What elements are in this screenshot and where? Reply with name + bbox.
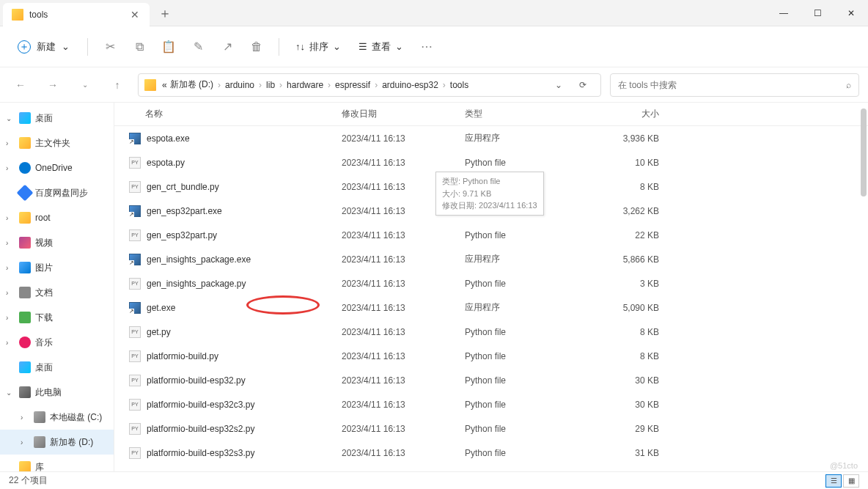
file-type: 应用程序 <box>465 132 571 144</box>
file-type: Python file <box>465 400 571 410</box>
back-button[interactable]: ← <box>9 73 32 97</box>
search-input[interactable] <box>618 80 840 90</box>
file-row[interactable]: platformio-build-esp32c3.py 2023/4/11 16… <box>114 392 868 416</box>
breadcrumb-item[interactable]: lib <box>266 80 275 90</box>
file-name-cell: gen_esp32part.py <box>114 229 342 241</box>
cut-button[interactable]: ✂ <box>97 34 123 60</box>
nav-icon <box>19 312 31 323</box>
file-list: 名称 修改日期 类型 大小 espota.exe 2023/4/11 16:13… <box>114 103 868 471</box>
maximize-button[interactable]: ☐ <box>801 0 834 26</box>
column-header-name[interactable]: 名称 <box>114 108 342 120</box>
new-tab-button[interactable]: ＋ <box>150 4 180 22</box>
file-size: 5,866 KB <box>571 254 674 265</box>
file-row[interactable]: platformio-build.py 2023/4/11 16:13 Pyth… <box>114 344 868 368</box>
sidebar-item[interactable]: ⌄ 此电脑 <box>0 380 114 405</box>
icons-view-button[interactable]: ▦ <box>843 474 859 488</box>
column-header-type[interactable]: 类型 <box>465 108 571 120</box>
file-row[interactable]: get.py 2023/4/11 16:13 Python file 8 KB <box>114 320 868 344</box>
file-row[interactable]: platformio-build-esp32s2.py 2023/4/11 16… <box>114 416 868 441</box>
minimize-button[interactable]: — <box>767 0 801 26</box>
file-type: Python file <box>465 375 571 386</box>
breadcrumb-item[interactable]: espressif <box>335 80 370 90</box>
file-name: gen_insights_package.exe <box>147 254 251 265</box>
file-row[interactable]: gen_esp32part.py 2023/4/11 16:13 Python … <box>114 223 868 247</box>
nav-icon <box>19 262 31 273</box>
breadcrumb-item[interactable]: tools <box>450 80 468 90</box>
file-row[interactable]: gen_esp32part.exe 2023/4/11 16:13 应用程序 3… <box>114 199 868 223</box>
item-count: 22 个项目 <box>9 474 48 487</box>
titlebar: tools ✕ ＋ — ☐ ✕ <box>0 0 868 26</box>
file-row[interactable]: espota.py 2023/4/11 16:13 Python file 10… <box>114 150 868 174</box>
breadcrumb-item[interactable]: hardware <box>287 80 323 90</box>
sidebar-item[interactable]: ⌄ 桌面 <box>0 106 114 130</box>
sidebar-item[interactable]: › 下载 <box>0 305 114 330</box>
tab-close-button[interactable]: ✕ <box>129 9 141 21</box>
column-header-date[interactable]: 修改日期 <box>342 108 465 120</box>
sidebar-item[interactable]: › 图片 <box>0 255 114 280</box>
sidebar-item[interactable]: › 新加卷 (D:) <box>0 430 114 455</box>
file-row[interactable]: gen_insights_package.py 2023/4/11 16:13 … <box>114 271 868 295</box>
scrollbar-thumb[interactable] <box>861 109 867 196</box>
breadcrumb-item[interactable]: arduino <box>225 80 254 90</box>
file-icon <box>129 205 141 217</box>
file-size: 31 KB <box>571 448 674 458</box>
more-button[interactable]: ⋯ <box>413 34 440 60</box>
search-box[interactable]: ⌕ <box>610 73 859 97</box>
search-icon[interactable]: ⌕ <box>846 80 851 90</box>
file-row[interactable]: espota.exe 2023/4/11 16:13 应用程序 3,936 KB <box>114 126 868 150</box>
refresh-button[interactable]: ⟳ <box>571 80 595 90</box>
recent-button[interactable]: ⌄ <box>73 73 97 97</box>
file-row[interactable]: platformio-build-esp32s3.py 2023/4/11 16… <box>114 441 868 465</box>
sidebar-item[interactable]: 百度网盘同步 <box>0 180 114 205</box>
sidebar-item[interactable]: › OneDrive <box>0 155 114 180</box>
nav-icon <box>19 287 31 298</box>
new-button-label: 新建 <box>37 40 56 54</box>
forward-button[interactable]: → <box>41 73 65 97</box>
chevron-right-icon: › <box>259 80 262 90</box>
plus-icon: ＋ <box>18 40 31 54</box>
nav-label: 图片 <box>35 262 53 274</box>
nav-label: OneDrive <box>35 163 73 173</box>
new-button[interactable]: ＋ 新建 ⌄ <box>9 36 78 58</box>
breadcrumb-item[interactable]: 新加卷 (D:) <box>170 78 213 91</box>
file-size: 30 KB <box>571 400 674 410</box>
details-view-button[interactable]: ☰ <box>825 474 842 488</box>
file-row[interactable]: gen_insights_package.exe 2023/4/11 16:13… <box>114 247 868 271</box>
sidebar-item[interactable]: 库 <box>0 455 114 471</box>
file-row[interactable]: get.exe 2023/4/11 16:13 应用程序 5,090 KB <box>114 295 868 320</box>
window-tab[interactable]: tools ✕ <box>3 3 150 26</box>
sort-button[interactable]: ↑↓ 排序 ⌄ <box>288 36 348 58</box>
sidebar-item[interactable]: › 视频 <box>0 230 114 255</box>
chevron-right-icon: › <box>443 80 446 90</box>
file-icon <box>129 423 141 435</box>
nav-label: 桌面 <box>35 112 53 125</box>
chevron-icon: › <box>21 413 29 422</box>
up-button[interactable]: ↑ <box>106 73 129 97</box>
sidebar-item[interactable]: › 文档 <box>0 280 114 305</box>
chevron-left-icon[interactable]: « <box>162 80 167 90</box>
file-row[interactable]: gen_crt_bundle.py 2023/4/11 16:13 Python… <box>114 174 868 199</box>
address-dropdown[interactable]: ⌄ <box>549 80 568 90</box>
sidebar-item[interactable]: › 主文件夹 <box>0 130 114 155</box>
paste-button[interactable]: 📋 <box>155 34 182 60</box>
sidebar-item[interactable]: › root <box>0 205 114 230</box>
view-button[interactable]: ☰ 查看 ⌄ <box>351 36 411 58</box>
breadcrumb-item[interactable]: arduino-esp32 <box>382 80 438 90</box>
sidebar-item[interactable]: 桌面 <box>0 355 114 380</box>
delete-button[interactable]: 🗑 <box>243 34 270 60</box>
file-row[interactable]: platformio-build-esp32.py 2023/4/11 16:1… <box>114 368 868 392</box>
sidebar-item[interactable]: › 本地磁盘 (C:) <box>0 405 114 430</box>
view-icon: ☰ <box>358 41 367 52</box>
copy-button[interactable]: ⧉ <box>126 34 152 60</box>
rename-button[interactable]: ✎ <box>185 34 211 60</box>
nav-icon <box>19 237 31 249</box>
file-icon <box>129 447 141 459</box>
file-size: 5,090 KB <box>571 303 674 313</box>
share-button[interactable]: ↗ <box>214 34 240 60</box>
sort-label: 排序 <box>309 40 328 54</box>
sidebar-item[interactable]: › 音乐 <box>0 330 114 355</box>
chevron-right-icon: › <box>328 80 331 90</box>
close-button[interactable]: ✕ <box>834 0 868 26</box>
breadcrumb[interactable]: « 新加卷 (D:) › arduino › lib › hardware › … <box>138 73 601 97</box>
column-header-size[interactable]: 大小 <box>571 108 674 120</box>
